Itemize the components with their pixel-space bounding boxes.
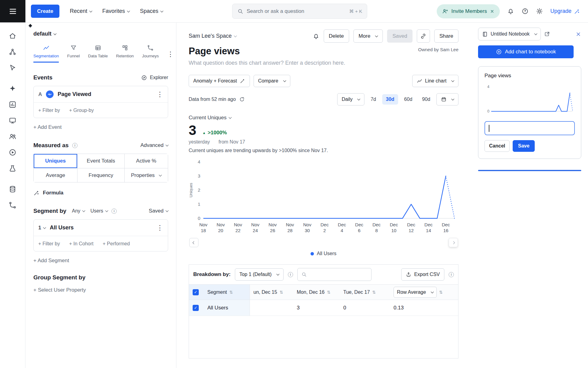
measure-option-properties[interactable]: Properties xyxy=(124,168,168,182)
anomaly-forecast-button[interactable]: Anomaly + Forecast xyxy=(189,75,250,87)
rail-charts[interactable] xyxy=(6,98,19,111)
kebab-menu-icon[interactable]: ⋮ xyxy=(167,51,174,63)
rail-pointer[interactable] xyxy=(6,61,19,74)
select-user-property-button[interactable]: + Select User Property xyxy=(33,287,168,293)
nav-spaces[interactable]: Spaces xyxy=(140,8,163,14)
col-dec-17[interactable]: Tue, Dec 17 xyxy=(343,289,370,295)
sort-icon[interactable]: ⇅ xyxy=(439,290,443,295)
info-icon[interactable]: i xyxy=(449,272,454,277)
create-button[interactable]: Create xyxy=(31,5,59,18)
measure-option-event-totals[interactable]: Event Totals xyxy=(77,154,124,168)
table-row[interactable]: ✓ All Users 3 0 0.13 xyxy=(189,300,458,316)
measure-option-uniques[interactable]: Uniques xyxy=(34,154,77,168)
advanced-dropdown[interactable]: Advanced xyxy=(140,142,168,148)
segment-card-header[interactable]: 1 All Users ⋮ xyxy=(34,220,168,236)
copy-link-button[interactable] xyxy=(417,29,430,43)
export-csv-button[interactable]: Export CSV xyxy=(401,268,444,281)
row-average-selector[interactable]: Row Average xyxy=(394,287,437,298)
rail-dashboards[interactable] xyxy=(6,114,19,127)
info-icon[interactable]: i xyxy=(288,272,293,277)
custom-date-button[interactable] xyxy=(436,93,458,105)
close-icon[interactable] xyxy=(490,9,494,13)
explorer-button[interactable]: Explorer xyxy=(141,75,168,81)
compare-button[interactable]: Compare xyxy=(254,75,290,87)
chart-alerts-button[interactable] xyxy=(313,33,319,40)
save-button[interactable]: Save xyxy=(513,140,534,152)
segment-users-dropdown[interactable]: Users xyxy=(90,208,108,214)
rail-users[interactable] xyxy=(6,130,19,143)
metric-selector[interactable]: Current Uniques xyxy=(189,115,458,121)
sort-icon[interactable]: ⇅ xyxy=(372,290,376,295)
measure-option-active-pct[interactable]: Active % xyxy=(124,154,168,168)
add-event-button[interactable]: + Add Event xyxy=(33,124,168,130)
notebook-selector[interactable]: Untitled Notebook xyxy=(478,28,541,40)
rail-experiments[interactable] xyxy=(6,162,19,175)
event-card-header[interactable]: A Page Viewed ⋮ xyxy=(34,86,168,102)
tab-data-table[interactable]: Data Table xyxy=(88,44,108,63)
info-icon[interactable]: i xyxy=(72,143,77,148)
saved-button[interactable]: Saved xyxy=(387,29,412,43)
description-placeholder[interactable]: What question does this chart answer? En… xyxy=(189,60,458,66)
granularity-selector[interactable]: Daily xyxy=(337,93,365,105)
rail-home[interactable] xyxy=(6,29,19,42)
segment-performed-button[interactable]: + Performed xyxy=(103,241,130,247)
sort-icon[interactable]: ⇅ xyxy=(280,290,283,295)
breakdown-search[interactable] xyxy=(297,268,371,281)
invite-members-button[interactable]: Invite Members xyxy=(437,4,500,18)
share-button[interactable]: Share xyxy=(434,29,458,43)
help-button[interactable]: ? xyxy=(522,8,529,15)
more-button[interactable]: More xyxy=(353,29,383,43)
tab-journeys[interactable]: Journeys xyxy=(142,44,159,63)
chart-type-selector[interactable]: Line chart xyxy=(412,75,458,87)
range-90d[interactable]: 90d xyxy=(418,94,434,105)
upgrade-link[interactable]: Upgrade xyxy=(550,8,580,14)
row-checkbox[interactable]: ✓ xyxy=(193,305,199,311)
info-icon[interactable]: i xyxy=(111,209,117,214)
notebook-note-input[interactable] xyxy=(484,121,575,135)
measure-option-frequency[interactable]: Frequency xyxy=(77,168,124,182)
measure-option-average[interactable]: Average xyxy=(34,168,77,182)
tab-segmentation[interactable]: Segmentation xyxy=(33,44,59,63)
col-dec-15[interactable]: un, Dec 15 xyxy=(254,289,277,295)
chart-legend[interactable]: All Users xyxy=(189,251,458,256)
cancel-button[interactable]: Cancel xyxy=(484,140,510,152)
add-segment-button[interactable]: + Add Segment xyxy=(33,258,168,264)
saved-segments-dropdown[interactable]: Saved xyxy=(149,208,168,214)
close-panel-button[interactable] xyxy=(575,31,581,37)
delete-button[interactable]: Delete xyxy=(324,29,349,43)
chart-prev-button[interactable] xyxy=(189,238,198,247)
kebab-menu-icon[interactable]: ⋮ xyxy=(156,91,163,98)
range-60d[interactable]: 60d xyxy=(401,94,416,105)
rail-objects[interactable] xyxy=(6,45,19,58)
notifications-button[interactable] xyxy=(507,8,514,15)
breadcrumb[interactable]: Sam Lee's Space xyxy=(189,33,236,39)
open-notebook-button[interactable] xyxy=(544,31,550,37)
rail-data[interactable] xyxy=(6,183,19,196)
segment-any-dropdown[interactable]: Any xyxy=(72,208,85,214)
global-search[interactable]: ⌘ + K xyxy=(232,4,367,19)
kebab-menu-icon[interactable]: ⋮ xyxy=(156,224,163,231)
rail-session-replay[interactable] xyxy=(6,146,19,159)
chart-next-button[interactable] xyxy=(449,238,458,247)
add-chart-to-notebook-button[interactable]: Add chart to notebook xyxy=(478,45,574,58)
col-dec-16[interactable]: Mon, Dec 16 xyxy=(297,289,325,295)
col-segment[interactable]: Segment xyxy=(207,289,227,295)
range-7d[interactable]: 7d xyxy=(367,94,380,105)
nav-favorites[interactable]: Favorites xyxy=(102,8,130,14)
sort-icon[interactable]: ⇅ xyxy=(229,290,233,295)
rail-journeys[interactable] xyxy=(6,199,19,212)
page-views-chart[interactable]: 01234UniquesNov18Nov20Nov22Nov24Nov26Nov… xyxy=(189,158,458,236)
main-menu-button[interactable] xyxy=(0,0,25,22)
tab-funnel[interactable]: Funnel xyxy=(67,44,80,63)
tab-retention[interactable]: Retention xyxy=(116,44,134,63)
select-all-checkbox[interactable]: ✓ xyxy=(193,289,199,295)
settings-button[interactable] xyxy=(536,8,543,15)
sort-icon[interactable]: ⇅ xyxy=(327,290,331,295)
segment-number-dropdown[interactable]: 1 xyxy=(38,225,46,231)
breakdown-selector[interactable]: Top 1 (Default) xyxy=(235,268,284,281)
workspace-selector[interactable]: default xyxy=(33,31,168,37)
segment-in-cohort-button[interactable]: + In Cohort xyxy=(69,241,94,247)
rail-ai[interactable] xyxy=(6,82,19,95)
refresh-icon[interactable] xyxy=(239,97,245,102)
global-search-input[interactable] xyxy=(247,8,346,14)
